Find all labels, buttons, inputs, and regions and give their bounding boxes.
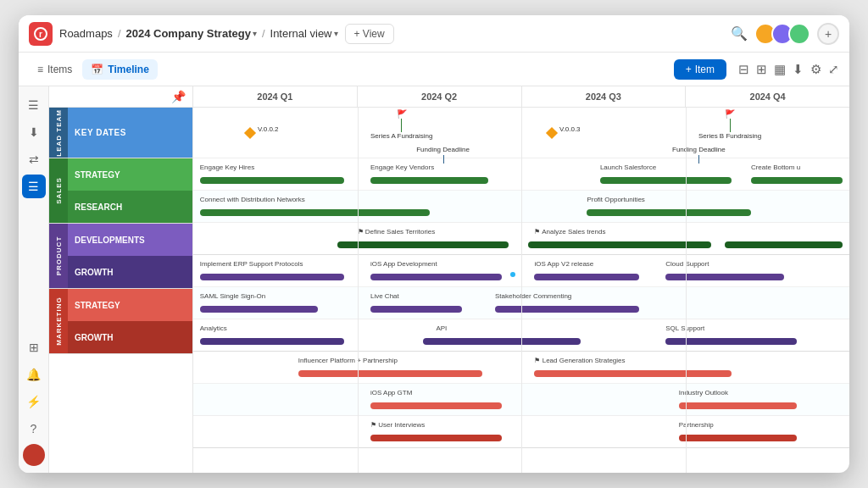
erp-bar <box>200 274 344 280</box>
v003-label: V.0.0.3 <box>559 125 581 133</box>
partnership-label: Partnership <box>679 421 714 429</box>
create-bottom-label: Create Bottom u <box>751 164 800 171</box>
breadcrumb-page: 2024 Company Strategy <box>126 27 251 40</box>
analyze-trends-label: ⚑ Analyze Sales trends <box>534 228 605 236</box>
flag-icon-green2: 🚩 <box>725 109 735 119</box>
sidebar-bottom: ⊞ 🔔 ⚡ ? <box>22 336 46 466</box>
product-text: PRODUCT <box>55 236 63 276</box>
diamond-v002 <box>244 126 256 138</box>
funding-deadline-2-label: Funding Deadline <box>672 146 726 153</box>
sidebar-icon-3[interactable]: ⇄ <box>22 147 46 171</box>
connect-dist-label: Connect with Distribution Networks <box>200 196 305 203</box>
launch-salesforce-bar <box>600 177 732 184</box>
toolbar: ≡ Items 📅 Timeline + Item ⊟ ⊞ ▦ ⬇ ⚙ ⤢ <box>19 53 849 86</box>
series-a-label: Series A Fundraising <box>370 132 432 140</box>
engage-key-vendors-bar <box>370 177 488 184</box>
series-a-flag: 🚩 Series A Fundraising <box>370 109 432 140</box>
cloud-support-label: Cloud Support <box>665 260 709 268</box>
sidebar-icon-help[interactable]: ? <box>22 417 46 441</box>
columns-icon[interactable]: ▦ <box>774 62 786 77</box>
lead-gen-bar <box>534 370 731 377</box>
sidebar-icon-4[interactable]: ☰ <box>22 175 46 198</box>
marketing-group: MARKETING STRATEGY GROWTH <box>49 289 192 354</box>
filter-icon[interactable]: ⊟ <box>738 62 749 77</box>
app-logo[interactable]: r <box>29 22 53 46</box>
user-interviews-bar <box>370 435 502 441</box>
add-view-button[interactable]: + View <box>345 24 394 44</box>
quarters: 2024 Q1 2024 Q2 2024 Q3 2024 Q4 <box>193 86 849 107</box>
app-window: r Roadmaps / 2024 Company Strategy ▾ / I… <box>19 15 849 473</box>
svg-text:r: r <box>39 30 42 39</box>
fullscreen-icon[interactable]: ⤢ <box>828 62 839 77</box>
series-b-flag: 🚩 Series B Fundraising <box>698 109 761 140</box>
connect-dist-bar <box>200 209 430 216</box>
industry-outlook-bar <box>679 402 797 409</box>
product-growth-row: GROWTH <box>49 256 192 288</box>
profit-opps-bar <box>587 209 751 216</box>
sales-strategy-row: SALES STRATEGY <box>49 158 192 191</box>
topbar: r Roadmaps / 2024 Company Strategy ▾ / I… <box>19 15 849 53</box>
lead-team-text: LEAD TEAM <box>55 109 63 157</box>
view-dropdown[interactable]: Internal view ▾ <box>270 27 338 40</box>
series-b-label: Series B Fundraising <box>698 132 761 140</box>
partnership-bar <box>679 435 797 441</box>
flag-icon-green: 🚩 <box>397 109 407 119</box>
define-territories-bar <box>337 241 508 248</box>
timeline-toggle[interactable]: 📅 Timeline <box>82 59 157 80</box>
marketing-text: MARKETING <box>55 297 63 345</box>
sales-strategy-label: STRATEGY <box>68 158 192 191</box>
breadcrumb-root[interactable]: Roadmaps <box>59 27 113 40</box>
settings-icon[interactable]: ⚙ <box>810 62 821 77</box>
ios-dev-label: iOS App Development <box>370 260 437 268</box>
q3-divider <box>686 108 687 473</box>
ios-gtm-bar <box>370 402 502 409</box>
user-avatar[interactable] <box>23 444 45 466</box>
sales-strategy-text: STRATEGY <box>75 170 120 180</box>
timeline-icon: 📅 <box>91 64 103 75</box>
marketing-growth-row: GROWTH <box>49 321 192 353</box>
group-icon[interactable]: ⊞ <box>756 62 767 77</box>
research-extra-bar <box>725 241 843 248</box>
add-item-button[interactable]: + Item <box>674 59 726 80</box>
items-label: Items <box>47 64 72 75</box>
engage-key-vendors-label: Engage Key Vendors <box>370 164 434 171</box>
view-toggle: ≡ Items 📅 Timeline <box>29 59 158 80</box>
avatar-3 <box>788 23 810 45</box>
product-dev-text: DEVELOPMENTS <box>75 236 145 245</box>
key-dates-text: KEY DATES <box>75 128 126 137</box>
marketing-growth-label: GROWTH <box>68 321 192 353</box>
product-group: PRODUCT DEVELOPMENTS GROWTH <box>49 224 192 289</box>
search-icon[interactable]: 🔍 <box>731 25 748 42</box>
v002-label: V.0.0.2 <box>258 125 279 133</box>
api-label: API <box>436 324 447 332</box>
quarter-q3: 2024 Q3 <box>522 86 687 107</box>
ios-gtm-label: iOS App GTM <box>370 389 412 396</box>
live-chat-label: Live Chat <box>370 292 399 300</box>
sidebar-icon-1[interactable]: ☰ <box>22 93 46 117</box>
export-icon[interactable]: ⬇ <box>793 62 804 77</box>
items-toggle[interactable]: ≡ Items <box>29 59 81 80</box>
user-interviews-label: ⚑ User Interviews <box>370 421 425 429</box>
flag-line-a <box>401 119 402 132</box>
sales-research-label: RESEARCH <box>68 191 192 223</box>
api-bar <box>423 338 581 345</box>
sidebar-icon-bolt[interactable]: ⚡ <box>22 390 46 413</box>
analytics-bar <box>200 338 344 345</box>
sidebar-icon-2[interactable]: ⬇ <box>22 120 46 144</box>
pin-icon: 📌 <box>171 90 186 103</box>
add-item-label: Item <box>695 64 715 75</box>
create-bottom-bar <box>751 177 843 184</box>
breadcrumb-sep2: / <box>262 27 265 40</box>
strategy-dropdown[interactable]: 2024 Company Strategy ▾ <box>126 27 257 40</box>
sidebar-icon-grid[interactable]: ⊞ <box>22 336 46 359</box>
saml-bar <box>200 306 318 313</box>
row-labels: LEAD TEAM KEY DATES SALES <box>49 108 193 473</box>
milestone-v002: V.0.0.2 <box>246 129 254 137</box>
ios-dev-bar <box>370 274 502 280</box>
sidebar-icon-bell[interactable]: 🔔 <box>22 363 46 386</box>
chevron-down-icon: ▾ <box>253 29 257 38</box>
profit-opps-label: Profit Opportunities <box>587 196 644 203</box>
key-dates-label: KEY DATES <box>68 108 192 158</box>
avatar-group <box>754 23 810 45</box>
add-member-button[interactable]: + <box>817 23 839 45</box>
